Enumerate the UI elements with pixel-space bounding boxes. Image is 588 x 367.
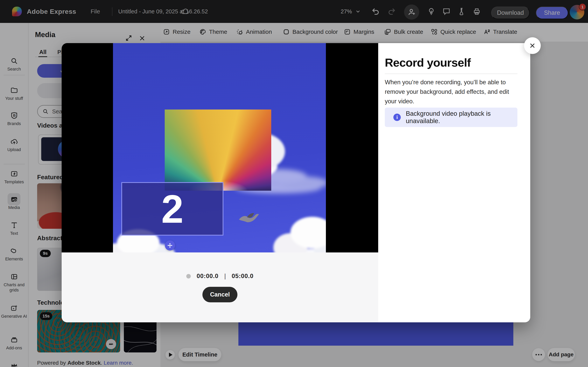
close-icon: [529, 42, 536, 49]
cloud: [268, 208, 326, 252]
info-icon: i: [393, 114, 401, 121]
bird: [237, 209, 260, 228]
move-icon: [167, 242, 173, 248]
artwork-layer[interactable]: [165, 109, 271, 191]
cancel-button[interactable]: Cancel: [202, 287, 237, 302]
camera-preview-area: 2 00:00.0 | 05:00.0 Cancel: [62, 43, 378, 252]
timer-row: 00:00.0 | 05:00.0: [62, 273, 378, 280]
record-status-dot: [186, 274, 191, 278]
move-handle[interactable]: [165, 240, 175, 250]
modal-close-button[interactable]: [524, 37, 541, 54]
recording-controls: 00:00.0 | 05:00.0 Cancel: [62, 252, 378, 322]
record-yourself-modal: 2 00:00.0 | 05:00.0 Cancel Record yourse…: [62, 43, 530, 322]
scene-2-element[interactable]: 2: [121, 182, 224, 235]
timer-current: 00:00.0: [197, 273, 218, 280]
info-message: Background video playback is unavailable…: [406, 110, 518, 125]
info-banner: i Background video playback is unavailab…: [385, 108, 518, 127]
scene-number: 2: [161, 189, 183, 229]
timer-separator: |: [224, 273, 226, 280]
modal-right-panel: Record yourself When you’re done recordi…: [378, 43, 530, 322]
modal-description: When you’re done recording, you’ll be ab…: [385, 77, 518, 106]
video-preview: 2: [113, 43, 326, 252]
timer-total: 05:00.0: [232, 273, 254, 280]
modal-divider: [385, 74, 518, 74]
modal-title: Record yourself: [385, 56, 518, 69]
